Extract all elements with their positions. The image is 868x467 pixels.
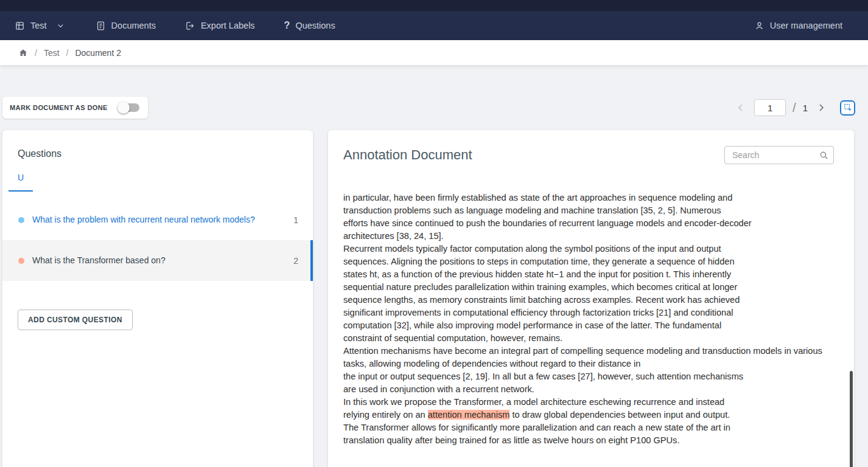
- document-line: significant improvements in computationa…: [343, 306, 834, 319]
- document-text-span: constraint of sequential computation, ho…: [343, 333, 562, 343]
- document-line: Attention mechanisms have become an inte…: [343, 345, 834, 370]
- nav-item-documents[interactable]: Documents: [96, 21, 156, 31]
- question-mark-icon: ?: [284, 21, 290, 30]
- page-total: 1: [803, 103, 808, 113]
- annotation-document-title: Annotation Document: [343, 147, 472, 163]
- page-navigation: / 1: [733, 99, 855, 116]
- search-icon[interactable]: [819, 150, 829, 161]
- document-text[interactable]: in particular, have been firmly establis…: [343, 192, 834, 447]
- document-text-span: Recurrent models typically factor comput…: [343, 244, 721, 254]
- document-text-span: computation [32], while also improving m…: [343, 320, 721, 330]
- nav-menu: Documents Export Labels ? Questions: [96, 21, 335, 31]
- document-line: the input or output sequences [2, 19]. I…: [343, 370, 834, 383]
- questions-panel-title: Questions: [18, 148, 313, 159]
- project-label: Test: [30, 21, 47, 30]
- breadcrumb-item-document-2: Document 2: [75, 48, 121, 58]
- document-text-span: to draw global dependencies between inpu…: [509, 410, 730, 420]
- document-text-span: states ht, as a function of the previous…: [343, 269, 731, 279]
- breadcrumb: / Test / Document 2: [0, 40, 868, 65]
- chevron-left-icon: [735, 102, 747, 114]
- document-text-span: transduction problems such as language m…: [343, 206, 721, 215]
- documents-icon: [96, 21, 106, 31]
- scrollbar-thumb[interactable]: [850, 371, 853, 467]
- app-logo-icon: [15, 21, 25, 31]
- document-text-span: significant improvements in computationa…: [343, 308, 733, 317]
- user-icon: [754, 21, 765, 31]
- nav-item-label: Export Labels: [201, 21, 255, 30]
- document-line: In this work we propose the Transformer,…: [343, 396, 834, 409]
- document-line: relying entirely on an attention mechani…: [343, 409, 834, 421]
- question-color-dot-icon: [18, 258, 24, 264]
- breadcrumb-item-test[interactable]: Test: [44, 48, 60, 58]
- document-line: efforts have since continued to push the…: [343, 217, 834, 230]
- annotation-document-header: Annotation Document: [328, 130, 854, 164]
- app-navbar: Test Documents Export Labels ? Questions…: [0, 11, 868, 40]
- nav-item-label: Documents: [111, 21, 156, 30]
- user-management-label: User management: [770, 21, 842, 30]
- page-number-input[interactable]: [754, 99, 786, 116]
- tab-unanswered[interactable]: U: [9, 173, 33, 192]
- document-line: in particular, have been firmly establis…: [343, 192, 834, 204]
- highlight-select-icon: [843, 103, 853, 112]
- document-text-span: sequential nature precludes parallelizat…: [343, 282, 737, 292]
- document-text-span: In this work we propose the Transformer,…: [343, 397, 724, 407]
- document-toolbar: MARK DOCUMENT AS DONE / 1: [2, 97, 855, 119]
- questions-panel: Questions U What is the problem with rec…: [2, 130, 313, 467]
- search-input[interactable]: [731, 150, 819, 161]
- annotation-select-mode-button[interactable]: [840, 100, 855, 116]
- nav-item-questions[interactable]: ? Questions: [284, 21, 335, 31]
- window-top-strip: [0, 0, 868, 11]
- document-text-span: efforts have since continued to push the…: [343, 218, 752, 228]
- document-line: sequence lengths, as memory constraints …: [343, 294, 834, 306]
- chevron-right-icon: [815, 102, 827, 114]
- next-page-button[interactable]: [814, 100, 828, 115]
- page-separator: /: [793, 101, 796, 115]
- document-text-span: sequence lengths, as memory constraints …: [343, 295, 740, 305]
- breadcrumb-separator: /: [66, 48, 69, 58]
- document-line: states ht, as a function of the previous…: [343, 268, 834, 281]
- document-line: Recurrent models typically factor comput…: [343, 243, 834, 255]
- project-selector[interactable]: Test: [15, 21, 65, 31]
- add-custom-question-button[interactable]: ADD CUSTOM QUESTION: [18, 310, 133, 330]
- question-color-dot-icon: [18, 217, 24, 223]
- document-line: constraint of sequential computation, ho…: [343, 332, 834, 345]
- document-line: transduction problems such as language m…: [343, 204, 834, 217]
- mark-document-done-card: MARK DOCUMENT AS DONE: [2, 97, 148, 119]
- breadcrumb-separator: /: [35, 48, 37, 58]
- document-line: translation quality after being trained …: [343, 434, 834, 447]
- document-line: are used in conjunction with a recurrent…: [343, 383, 834, 396]
- document-text-span: are used in conjunction with a recurrent…: [343, 384, 534, 394]
- document-text-span: sequences. Aligning the positions to ste…: [343, 257, 735, 266]
- document-text-span: in particular, have been firmly establis…: [343, 193, 732, 202]
- document-text-span: the input or output sequences [2, 19]. I…: [343, 372, 743, 381]
- nav-item-export-labels[interactable]: Export Labels: [185, 21, 255, 31]
- question-text: What is the problem with recurrent neura…: [32, 213, 259, 226]
- document-line: architectures [38, 24, 15].: [343, 230, 834, 243]
- question-text: What is the Transformer based on?: [32, 254, 259, 267]
- document-line: sequences. Aligning the positions to ste…: [343, 255, 834, 268]
- document-text-span: relying entirely on an: [343, 410, 428, 420]
- question-number: 1: [293, 215, 299, 225]
- document-line: sequential nature precludes parallelizat…: [343, 281, 834, 294]
- mark-done-label: MARK DOCUMENT AS DONE: [10, 104, 108, 111]
- document-text-span: The Transformer allows for significantly…: [343, 423, 730, 432]
- question-item[interactable]: What is the Transformer based on?2: [2, 240, 313, 281]
- previous-page-button[interactable]: [733, 100, 748, 115]
- chevron-down-icon: [56, 21, 65, 30]
- annotation-document-panel: Annotation Document in particular, have …: [328, 130, 854, 467]
- document-text-span: translation quality after being trained …: [343, 435, 679, 445]
- nav-item-user-management[interactable]: User management: [754, 21, 842, 31]
- mark-done-toggle[interactable]: [119, 102, 139, 114]
- document-search: [724, 146, 834, 164]
- question-list: What is the problem with recurrent neura…: [2, 199, 313, 281]
- toggle-thumb: [117, 102, 130, 114]
- home-icon[interactable]: [18, 48, 28, 58]
- document-text-span: Attention mechanisms have become an inte…: [343, 346, 822, 368]
- document-line: The Transformer allows for significantly…: [343, 421, 834, 434]
- export-icon: [185, 21, 195, 31]
- document-line: computation [32], while also improving m…: [343, 319, 834, 332]
- highlighted-annotation-span[interactable]: attention mechanism: [428, 410, 510, 420]
- question-item[interactable]: What is the problem with recurrent neura…: [2, 199, 313, 240]
- question-number: 2: [293, 256, 299, 266]
- document-text-span: architectures [38, 24, 15].: [343, 231, 444, 241]
